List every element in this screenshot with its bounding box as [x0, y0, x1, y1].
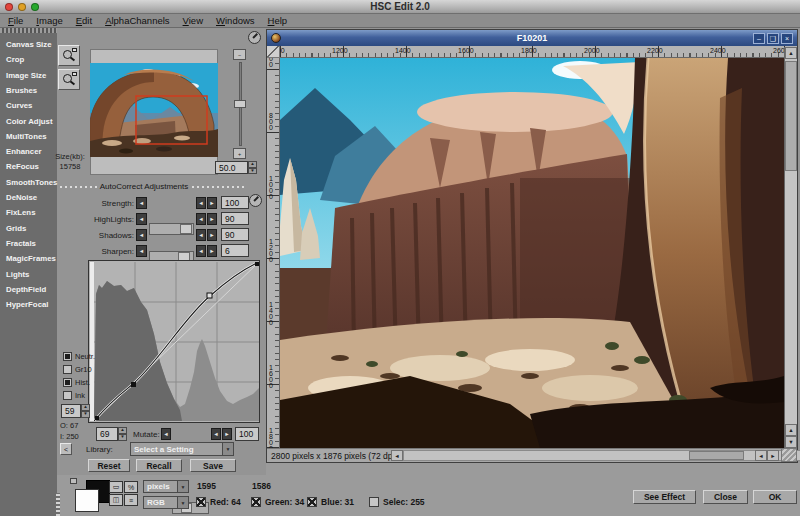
sidebar-item-canvas-size[interactable]: Canvas Size: [6, 40, 56, 49]
sharpen-dec-arrow[interactable]: ◄: [196, 245, 206, 257]
sidebar-item-magicframes[interactable]: MagicFrames: [6, 254, 56, 263]
spinner-down-icon[interactable]: ▼: [81, 411, 90, 418]
mode-gr10-checkbox[interactable]: [63, 365, 72, 374]
sidebar-item-depthfield[interactable]: DepthField: [6, 285, 56, 294]
preview-zoom-spinner[interactable]: ▲ ▼: [248, 161, 257, 174]
highlights-inc-arrow[interactable]: ►: [207, 213, 217, 225]
scroll-up-icon[interactable]: ▲: [785, 47, 797, 59]
scroll-up-icon[interactable]: ▲: [785, 424, 797, 436]
photo-canvas[interactable]: [280, 58, 784, 448]
highlights-left-arrow[interactable]: ◄: [136, 213, 147, 225]
see-effect-button[interactable]: See Effect: [633, 490, 696, 504]
sharpen-value[interactable]: 6: [221, 244, 249, 257]
preview-reset-dial-icon[interactable]: [248, 31, 261, 44]
save-button[interactable]: Save: [190, 459, 236, 472]
spinner-down-icon[interactable]: ▼: [248, 168, 257, 175]
sharpen-inc-arrow[interactable]: ►: [207, 245, 217, 257]
foreground-color-swatch[interactable]: [75, 489, 99, 512]
strength-slider-thumb[interactable]: [180, 224, 192, 234]
dropdown-arrow-icon[interactable]: ▼: [177, 497, 188, 508]
menu-image[interactable]: Image: [36, 15, 62, 26]
scroll-right-icon[interactable]: ►: [767, 450, 779, 461]
strength-dec-arrow[interactable]: ◄: [196, 197, 206, 209]
menu-edit[interactable]: Edit: [76, 15, 92, 26]
spinner-up-icon[interactable]: ▲: [81, 404, 90, 411]
curve-point-shadow[interactable]: [131, 382, 136, 387]
close-button[interactable]: Close: [703, 490, 748, 504]
spinner-up-icon[interactable]: ▲: [118, 427, 127, 434]
sidebar-item-fractals[interactable]: Fractals: [6, 239, 56, 248]
strength-inc-arrow[interactable]: ►: [207, 197, 217, 209]
scroll-left-icon[interactable]: ◄: [391, 450, 403, 461]
dropdown-arrow-icon[interactable]: ▼: [222, 443, 233, 455]
shadows-dec-arrow[interactable]: ◄: [196, 229, 206, 241]
mutate-value[interactable]: 100: [235, 427, 259, 441]
spinner-down-icon[interactable]: ▼: [118, 434, 127, 441]
shadows-inc-arrow[interactable]: ►: [207, 229, 217, 241]
black-point-value[interactable]: 69: [96, 427, 118, 441]
menu-windows[interactable]: Windows: [216, 15, 255, 26]
window-minimize-button[interactable]: –: [753, 33, 765, 44]
mutate-left-arrow[interactable]: ◄: [161, 428, 171, 440]
mutate-dec-arrow[interactable]: ◄: [211, 428, 221, 440]
view-single-button[interactable]: ▭: [109, 481, 123, 493]
green-channel-checkbox[interactable]: [251, 497, 261, 507]
strength-value[interactable]: 100: [221, 196, 249, 209]
mutate-inc-arrow[interactable]: ►: [222, 428, 232, 440]
curve-point-highlight[interactable]: [207, 293, 212, 298]
menu-alphachannels[interactable]: AlphaChannels: [105, 15, 169, 26]
default-swatches-icon[interactable]: [70, 478, 77, 484]
preview-zoom-minus-button[interactable]: −: [233, 49, 246, 60]
sidebar-item-crop[interactable]: Crop: [6, 55, 56, 64]
sidebar-item-image-size[interactable]: Image Size: [6, 71, 56, 80]
ok-button[interactable]: OK: [753, 490, 797, 504]
window-maximize-button[interactable]: ❑: [767, 33, 779, 44]
library-dropdown[interactable]: Select a Setting ▼: [130, 442, 234, 456]
sidebar-item-denoise[interactable]: DeNoise: [6, 193, 56, 202]
preview-zoom-slider-thumb[interactable]: [234, 100, 246, 108]
vertical-scrollbar[interactable]: ▲ ▲ ▼: [784, 47, 797, 448]
scroll-down-icon[interactable]: ▼: [785, 436, 797, 448]
level-spinner[interactable]: ▲ ▼: [81, 404, 90, 418]
highlights-value[interactable]: 90: [221, 212, 249, 225]
autocorrect-reset-dial-icon[interactable]: [249, 194, 262, 207]
horizontal-scrollbar[interactable]: [403, 450, 800, 461]
shadows-value[interactable]: 90: [221, 228, 249, 241]
menu-view[interactable]: View: [183, 15, 203, 26]
sharpen-left-arrow[interactable]: ◄: [136, 245, 147, 257]
sidebar-item-multitones[interactable]: MultiTones: [6, 132, 56, 141]
sidebar-item-grids[interactable]: Grids: [6, 224, 56, 233]
units-dropdown[interactable]: pixels ▼: [143, 480, 189, 493]
view-percent-button[interactable]: %: [124, 481, 138, 493]
recall-button[interactable]: Recall: [136, 459, 182, 472]
sidebar-item-fixlens[interactable]: FixLens: [6, 208, 56, 217]
selection-channel-checkbox[interactable]: [369, 497, 379, 507]
level-spinner-value[interactable]: 59: [61, 404, 81, 418]
navigator-preview-image[interactable]: [90, 63, 218, 157]
mode-neutral-checkbox[interactable]: [63, 352, 72, 361]
strength-slider-track[interactable]: [149, 223, 194, 235]
color-mode-dropdown[interactable]: RGB ▼: [143, 496, 189, 509]
sidebar-item-lights[interactable]: Lights: [6, 270, 56, 279]
zoom-in-button[interactable]: [58, 45, 80, 66]
shadows-left-arrow[interactable]: ◄: [136, 229, 147, 241]
menu-help[interactable]: Help: [268, 15, 288, 26]
sidebar-item-smoothtones[interactable]: SmoothTones: [6, 178, 56, 187]
mode-hist-checkbox[interactable]: [63, 378, 72, 387]
sidebar-item-brushes[interactable]: Brushes: [6, 86, 56, 95]
mode-ink-checkbox[interactable]: [63, 391, 72, 400]
zoom-out-button[interactable]: [58, 69, 80, 90]
window-close-button[interactable]: ×: [781, 33, 793, 44]
strength-left-arrow[interactable]: ◄: [136, 197, 147, 209]
highlights-dec-arrow[interactable]: ◄: [196, 213, 206, 225]
horizontal-scrollbar-thumb[interactable]: [689, 451, 744, 460]
menu-file[interactable]: File: [8, 15, 23, 26]
image-window-titlebar[interactable]: F10201 – ❑ ×: [267, 30, 797, 46]
preview-zoom-plus-button[interactable]: +: [233, 148, 246, 159]
reset-button[interactable]: Reset: [88, 459, 130, 472]
ruler-origin-box[interactable]: [267, 46, 280, 58]
scroll-left-icon[interactable]: ◄: [755, 450, 767, 461]
black-point-spinner[interactable]: ▲ ▼: [118, 427, 127, 441]
sidebar-item-color-adjust[interactable]: Color Adjust: [6, 117, 56, 126]
view-split-horizontal-button[interactable]: ≡: [124, 494, 138, 506]
